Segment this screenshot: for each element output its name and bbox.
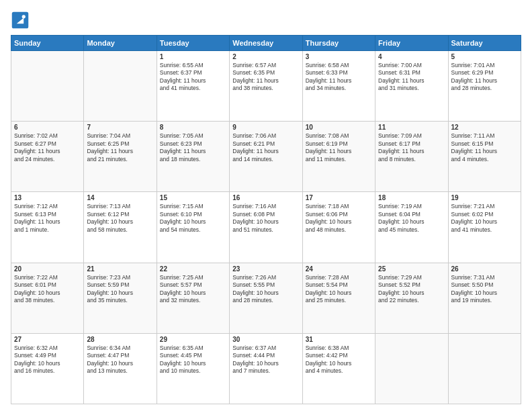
day-number: 4 — [378, 53, 445, 60]
weekday-header: Sunday — [11, 36, 84, 51]
weekday-header-row: SundayMondayTuesdayWednesdayThursdayFrid… — [11, 36, 521, 51]
calendar-table: SundayMondayTuesdayWednesdayThursdayFrid… — [11, 35, 521, 404]
day-info: Sunrise: 7:13 AM Sunset: 6:12 PM Dayligh… — [87, 203, 153, 234]
day-number: 5 — [451, 53, 518, 60]
calendar-cell: 28Sunrise: 6:34 AM Sunset: 4:47 PM Dayli… — [84, 333, 157, 404]
day-info: Sunrise: 7:00 AM Sunset: 6:31 PM Dayligh… — [378, 62, 445, 93]
calendar-cell: 22Sunrise: 7:25 AM Sunset: 5:57 PM Dayli… — [157, 263, 229, 333]
day-info: Sunrise: 7:02 AM Sunset: 6:27 PM Dayligh… — [14, 132, 81, 163]
day-number: 25 — [378, 265, 445, 273]
day-number: 22 — [160, 265, 226, 273]
calendar-cell: 18Sunrise: 7:19 AM Sunset: 6:04 PM Dayli… — [375, 192, 448, 263]
calendar-cell: 19Sunrise: 7:21 AM Sunset: 6:02 PM Dayli… — [448, 192, 521, 263]
calendar-cell: 25Sunrise: 7:29 AM Sunset: 5:52 PM Dayli… — [375, 263, 448, 333]
day-number: 24 — [306, 265, 372, 273]
day-number: 18 — [378, 194, 445, 201]
calendar-cell — [375, 333, 448, 404]
calendar-cell: 26Sunrise: 7:31 AM Sunset: 5:50 PM Dayli… — [448, 263, 521, 333]
day-number: 7 — [87, 124, 153, 131]
day-info: Sunrise: 7:25 AM Sunset: 5:57 PM Dayligh… — [160, 274, 226, 305]
day-info: Sunrise: 7:29 AM Sunset: 5:52 PM Dayligh… — [378, 274, 445, 305]
day-number: 28 — [87, 336, 153, 343]
page: SundayMondayTuesdayWednesdayThursdayFrid… — [0, 0, 532, 411]
calendar-week-row: 13Sunrise: 7:12 AM Sunset: 6:13 PM Dayli… — [11, 192, 521, 263]
day-number: 20 — [14, 265, 81, 273]
calendar-week-row: 1Sunrise: 6:55 AM Sunset: 6:37 PM Daylig… — [11, 51, 521, 122]
day-number: 15 — [160, 194, 226, 201]
calendar-cell — [84, 51, 157, 122]
day-number: 21 — [87, 265, 153, 273]
calendar-cell: 20Sunrise: 7:22 AM Sunset: 6:01 PM Dayli… — [11, 263, 84, 333]
day-number: 26 — [451, 265, 518, 273]
day-number: 31 — [306, 336, 372, 343]
calendar-cell: 16Sunrise: 7:16 AM Sunset: 6:08 PM Dayli… — [230, 192, 302, 263]
day-info: Sunrise: 7:22 AM Sunset: 6:01 PM Dayligh… — [14, 274, 81, 305]
calendar-cell: 14Sunrise: 7:13 AM Sunset: 6:12 PM Dayli… — [84, 192, 157, 263]
day-info: Sunrise: 7:26 AM Sunset: 5:55 PM Dayligh… — [232, 274, 299, 305]
day-info: Sunrise: 7:21 AM Sunset: 6:02 PM Dayligh… — [451, 203, 518, 234]
day-info: Sunrise: 7:15 AM Sunset: 6:10 PM Dayligh… — [160, 203, 226, 234]
weekday-header: Thursday — [302, 36, 375, 51]
calendar-cell: 15Sunrise: 7:15 AM Sunset: 6:10 PM Dayli… — [157, 192, 229, 263]
day-number: 23 — [232, 265, 299, 273]
weekday-header: Monday — [84, 36, 157, 51]
calendar-cell: 13Sunrise: 7:12 AM Sunset: 6:13 PM Dayli… — [11, 192, 84, 263]
day-number: 14 — [87, 194, 153, 201]
day-number: 16 — [232, 194, 299, 201]
calendar-cell: 23Sunrise: 7:26 AM Sunset: 5:55 PM Dayli… — [230, 263, 302, 333]
svg-point-2 — [22, 15, 26, 18]
weekday-header: Wednesday — [230, 36, 302, 51]
day-info: Sunrise: 7:09 AM Sunset: 6:17 PM Dayligh… — [378, 132, 445, 163]
day-info: Sunrise: 7:01 AM Sunset: 6:29 PM Dayligh… — [451, 62, 518, 93]
calendar-cell: 9Sunrise: 7:06 AM Sunset: 6:21 PM Daylig… — [230, 122, 302, 192]
day-info: Sunrise: 7:28 AM Sunset: 5:54 PM Dayligh… — [306, 274, 372, 305]
day-info: Sunrise: 7:05 AM Sunset: 6:23 PM Dayligh… — [160, 132, 226, 163]
day-number: 29 — [160, 336, 226, 343]
calendar-week-row: 27Sunrise: 6:32 AM Sunset: 4:49 PM Dayli… — [11, 333, 521, 404]
day-info: Sunrise: 7:23 AM Sunset: 5:59 PM Dayligh… — [87, 274, 153, 305]
day-info: Sunrise: 6:58 AM Sunset: 6:33 PM Dayligh… — [306, 62, 372, 93]
calendar-cell: 31Sunrise: 6:38 AM Sunset: 4:42 PM Dayli… — [302, 333, 375, 404]
day-info: Sunrise: 7:18 AM Sunset: 6:06 PM Dayligh… — [306, 203, 372, 234]
day-number: 13 — [14, 194, 81, 201]
calendar-cell — [448, 333, 521, 404]
day-info: Sunrise: 7:12 AM Sunset: 6:13 PM Dayligh… — [14, 203, 81, 234]
calendar-cell: 11Sunrise: 7:09 AM Sunset: 6:17 PM Dayli… — [375, 122, 448, 192]
calendar-cell: 27Sunrise: 6:32 AM Sunset: 4:49 PM Dayli… — [11, 333, 84, 404]
day-number: 19 — [451, 194, 518, 201]
day-info: Sunrise: 6:32 AM Sunset: 4:49 PM Dayligh… — [14, 345, 81, 375]
day-number: 12 — [451, 124, 518, 131]
logo — [11, 11, 32, 30]
calendar-cell: 6Sunrise: 7:02 AM Sunset: 6:27 PM Daylig… — [11, 122, 84, 192]
day-info: Sunrise: 6:37 AM Sunset: 4:44 PM Dayligh… — [232, 345, 299, 375]
calendar-cell: 30Sunrise: 6:37 AM Sunset: 4:44 PM Dayli… — [230, 333, 302, 404]
day-number: 27 — [14, 336, 81, 343]
calendar-cell: 7Sunrise: 7:04 AM Sunset: 6:25 PM Daylig… — [84, 122, 157, 192]
calendar-week-row: 20Sunrise: 7:22 AM Sunset: 6:01 PM Dayli… — [11, 263, 521, 333]
day-info: Sunrise: 6:34 AM Sunset: 4:47 PM Dayligh… — [87, 345, 153, 375]
day-number: 8 — [160, 124, 226, 131]
svg-rect-0 — [12, 12, 29, 29]
day-number: 9 — [232, 124, 299, 131]
weekday-header: Tuesday — [157, 36, 229, 51]
day-info: Sunrise: 7:11 AM Sunset: 6:15 PM Dayligh… — [451, 132, 518, 163]
calendar-cell: 5Sunrise: 7:01 AM Sunset: 6:29 PM Daylig… — [448, 51, 521, 122]
day-info: Sunrise: 7:04 AM Sunset: 6:25 PM Dayligh… — [87, 132, 153, 163]
calendar-cell: 1Sunrise: 6:55 AM Sunset: 6:37 PM Daylig… — [157, 51, 229, 122]
calendar-cell: 17Sunrise: 7:18 AM Sunset: 6:06 PM Dayli… — [302, 192, 375, 263]
day-info: Sunrise: 6:55 AM Sunset: 6:37 PM Dayligh… — [160, 62, 226, 93]
logo-icon — [11, 11, 30, 30]
weekday-header: Friday — [375, 36, 448, 51]
calendar-cell: 8Sunrise: 7:05 AM Sunset: 6:23 PM Daylig… — [157, 122, 229, 192]
day-info: Sunrise: 6:35 AM Sunset: 4:45 PM Dayligh… — [160, 345, 226, 375]
day-number: 11 — [378, 124, 445, 131]
day-number: 2 — [232, 53, 299, 60]
day-number: 17 — [306, 194, 372, 201]
calendar-cell: 10Sunrise: 7:08 AM Sunset: 6:19 PM Dayli… — [302, 122, 375, 192]
day-number: 6 — [14, 124, 81, 131]
calendar-cell: 29Sunrise: 6:35 AM Sunset: 4:45 PM Dayli… — [157, 333, 229, 404]
calendar-cell: 3Sunrise: 6:58 AM Sunset: 6:33 PM Daylig… — [302, 51, 375, 122]
day-info: Sunrise: 7:08 AM Sunset: 6:19 PM Dayligh… — [306, 132, 372, 163]
day-number: 10 — [306, 124, 372, 131]
day-info: Sunrise: 6:57 AM Sunset: 6:35 PM Dayligh… — [232, 62, 299, 93]
